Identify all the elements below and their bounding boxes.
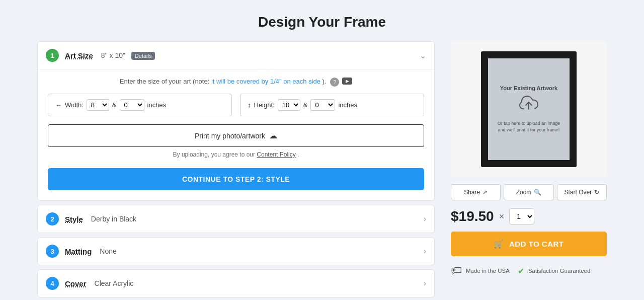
share-label: Share [464,189,480,196]
step-2-value: Derby in Black [91,215,136,223]
step-3-title: Matting [65,247,92,256]
step-4-badge: 4 [46,277,59,290]
step-1-header[interactable]: 1 Art Size 8" x 10" Details ⌄ [38,42,434,69]
step-1-badge: 1 [46,49,59,62]
zoom-btn[interactable]: Zoom 🔍 [504,184,553,200]
continue-btn[interactable]: CONTINUE TO STEP 2: STYLE [48,168,424,190]
step-1-title: Art Size [65,51,93,60]
upload-btn[interactable]: Print my photo/artwork ☁ [48,124,424,147]
art-size-hint: Enter the size of your art (note: it wil… [48,78,424,87]
step-4-header[interactable]: 4 Cover Clear Acrylic › [38,270,434,297]
step-4-value: Clear Acrylic [95,279,134,287]
made-in-usa-text: Made in the USA [466,268,510,274]
video-icon: ▶ [342,78,352,85]
start-over-label: Start Over [564,189,592,196]
step-2-section: 2 Style Derby in Black › [37,205,435,233]
page-title: Design Your Frame [0,0,644,41]
width-box: ↔ Width: 89101112 & 01/41/23/4 inches [48,94,232,116]
step-2-title: Style [65,215,83,223]
content-policy-link[interactable]: Content Policy [257,151,295,158]
height-unit: inches [338,101,357,109]
frame-img-wrapper: Your Existing Artwork Or tap here to upl… [451,41,607,177]
step-1-body: Enter the size of your art (note: it wil… [38,69,434,200]
upload-cloud-icon [519,95,539,116]
step-3-chevron: › [424,247,426,256]
right-panel: Your Existing Artwork Or tap here to upl… [451,41,607,300]
price-multiplier: × [499,211,505,222]
height-frac-select[interactable]: 01/41/23/4 [310,99,335,111]
height-label: Height: [254,101,275,109]
frame-inner[interactable]: Your Existing Artwork Or tap here to upl… [488,58,570,160]
action-buttons: Share ↗ Zoom 🔍 Start Over ↻ [451,184,607,200]
step-4-chevron: › [424,279,426,288]
step-2-header[interactable]: 2 Style Derby in Black › [38,205,434,233]
width-label: Width: [65,101,84,109]
step-4-title: Cover [65,279,87,288]
share-btn[interactable]: Share ↗ [451,184,501,200]
step-1-details-badge[interactable]: Details [131,52,155,60]
frame-inner-sub: Or tap here to upload an image and we'll… [493,120,565,133]
hint-icons: ? ▶ [330,78,352,87]
usa-flag-icon: 🏷 [451,264,462,277]
step-3-badge: 3 [46,245,59,258]
frame-inner-title: Your Existing Artwork [500,85,557,91]
step-2-badge: 2 [46,212,59,226]
step-1-value: 8" x 10" Details [101,51,155,59]
add-to-cart-label: ADD TO CART [509,240,564,248]
height-amp: & [303,101,308,109]
left-panel: 1 Art Size 8" x 10" Details ⌄ Enter the … [37,41,435,300]
checkmark-icon: ✔ [518,266,524,276]
dimensions-row: ↔ Width: 89101112 & 01/41/23/4 inches ↕ [48,94,424,116]
question-icon: ? [330,78,339,87]
step-4-section: 4 Cover Clear Acrylic › [37,269,435,297]
width-whole-select[interactable]: 89101112 [87,99,109,111]
step-2-chevron: › [424,214,426,223]
badges-row: 🏷 Made in the USA ✔ Satisfaction Guarant… [451,264,607,277]
width-frac-select[interactable]: 01/41/23/4 [120,99,144,111]
satisfaction-badge: ✔ Satisfaction Guaranteed [518,266,590,276]
satisfaction-text: Satisfaction Guaranteed [528,268,590,274]
share-icon: ↗ [482,189,488,196]
height-arrow-icon: ↕ [248,101,251,109]
frame-preview: Your Existing Artwork Or tap here to upl… [451,41,607,177]
height-whole-select[interactable]: 108111214 [278,99,300,111]
price-row: $19.50 × 12345 [451,208,607,224]
width-amp: & [112,101,117,109]
step-3-value: None [100,247,116,255]
coverage-link[interactable]: it will be covered by 1/4" on each side [211,78,320,85]
zoom-icon: 🔍 [534,189,541,196]
height-box: ↕ Height: 108111214 & 01/41/23/4 inches [240,94,424,116]
qty-select[interactable]: 12345 [509,208,534,224]
width-unit: inches [147,101,167,109]
width-arrow-icon: ↔ [55,101,62,109]
cart-icon: 🛒 [494,239,504,249]
zoom-label: Zoom [516,189,532,196]
add-to-cart-btn[interactable]: 🛒 ADD TO CART [451,232,607,256]
step-1-chevron: ⌄ [420,51,426,60]
refresh-icon: ↻ [594,189,599,196]
made-in-usa-badge: 🏷 Made in the USA [451,264,510,277]
step-3-section: 3 Matting None › [37,237,435,265]
start-over-btn[interactable]: Start Over ↻ [557,184,607,200]
upload-label: Print my photo/artwork [195,132,265,140]
frame-outer: Your Existing Artwork Or tap here to upl… [481,51,577,167]
cloud-icon: ☁ [269,131,277,140]
step-1-section: 1 Art Size 8" x 10" Details ⌄ Enter the … [37,41,435,201]
price-text: $19.50 [451,208,494,224]
upload-note: By uploading, you agree to our Content P… [48,151,424,158]
step-3-header[interactable]: 3 Matting None › [38,238,434,265]
